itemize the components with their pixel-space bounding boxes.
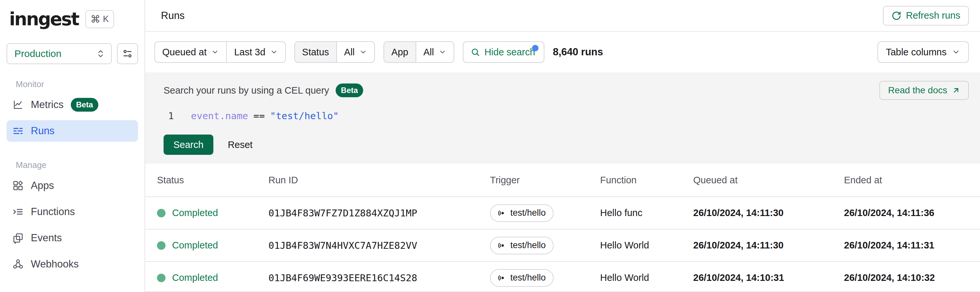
- time-field-dropdown[interactable]: Queued at: [155, 42, 226, 62]
- page-header: Runs Refresh runs: [145, 0, 980, 32]
- trigger-cell: test/hello: [490, 269, 600, 287]
- chevron-down-icon: [359, 48, 367, 56]
- events-windows-icon: [13, 232, 24, 244]
- sidebar-item-webhooks[interactable]: Webhooks: [6, 253, 138, 275]
- trigger-name: test/hello: [510, 208, 546, 218]
- cel-panel-title: Search your runs by using a CEL query: [164, 85, 329, 96]
- function-name: Hello World: [600, 272, 693, 283]
- status-cell: Completed: [157, 240, 269, 251]
- search-button[interactable]: Search: [164, 135, 213, 155]
- sidebar-item-label: Functions: [31, 206, 75, 218]
- command-k-shortcut[interactable]: ⌘ K: [85, 10, 114, 28]
- status-filter-value: All: [344, 47, 355, 58]
- queued-at-value: 26/10/2024, 14:11:30: [693, 208, 844, 218]
- cel-search-panel: Search your runs by using a CEL query Be…: [145, 72, 980, 163]
- sidebar: inngest ⌘ K Production Monitor Metrics B…: [0, 0, 145, 292]
- cel-property-token: event.name: [191, 110, 248, 121]
- cel-operator-token: ==: [253, 110, 265, 121]
- ended-at-value: 26/10/2024, 14:11:31: [844, 240, 969, 251]
- column-header-queued-at: Queued at: [693, 175, 844, 186]
- functions-prompt-icon: [13, 206, 24, 217]
- refresh-runs-label: Refresh runs: [906, 10, 960, 21]
- ended-at-value: 26/10/2024, 14:10:32: [844, 272, 969, 283]
- trigger-cell: test/hello: [490, 236, 600, 254]
- status-label: Completed: [172, 240, 218, 251]
- cel-query-editor[interactable]: 1 event.name=="test/hello": [164, 110, 969, 121]
- table-header-row: Status Run ID Trigger Function Queued at…: [145, 163, 980, 197]
- runs-table: Status Run ID Trigger Function Queued at…: [145, 163, 980, 292]
- column-header-trigger: Trigger: [490, 175, 600, 186]
- column-header-function: Function: [600, 175, 693, 186]
- sidebar-item-runs[interactable]: Runs: [6, 120, 138, 142]
- run-id: 01JB4F83W7N4HVXC7A7HZE82VV: [269, 240, 490, 251]
- time-range-dropdown[interactable]: Last 3d: [226, 42, 285, 62]
- manage-section-label: Manage: [16, 160, 138, 170]
- status-label-text: Status: [302, 47, 329, 58]
- command-icon: ⌘: [91, 13, 100, 25]
- arrow-up-right-icon: [952, 86, 960, 95]
- read-the-docs-button[interactable]: Read the docs: [880, 81, 969, 100]
- sidebar-item-apps[interactable]: Apps: [6, 175, 138, 197]
- status-dot-icon: [157, 241, 165, 250]
- run-id: 01JB4F69WE9393EERE16C14S28: [269, 272, 490, 284]
- app-filter-control: App All: [383, 41, 454, 63]
- column-header-ended-at: Ended at: [844, 175, 969, 186]
- sidebar-item-label: Runs: [31, 125, 54, 137]
- function-name: Hello func: [600, 208, 693, 218]
- apps-blocks-icon: [13, 180, 24, 191]
- column-header-status: Status: [157, 175, 269, 186]
- filter-bar: Queued at Last 3d Status All: [145, 32, 980, 72]
- cel-query-text: event.name=="test/hello": [191, 110, 339, 121]
- hide-search-button[interactable]: Hide search: [463, 41, 544, 63]
- event-broadcast-icon: [498, 274, 506, 282]
- trigger-pill: test/hello: [490, 269, 554, 287]
- notification-dot: [532, 45, 539, 51]
- app-label-text: App: [391, 47, 408, 58]
- queued-at-value: 26/10/2024, 14:10:31: [693, 272, 844, 283]
- time-field-value: Queued at: [162, 47, 207, 58]
- status-dot-icon: [157, 274, 165, 282]
- sidebar-item-metrics[interactable]: Metrics Beta: [6, 94, 138, 116]
- status-filter-dropdown[interactable]: All: [336, 42, 374, 62]
- environment-settings-button[interactable]: [117, 43, 138, 64]
- status-label: Completed: [172, 272, 218, 283]
- status-cell: Completed: [157, 272, 269, 283]
- time-range-value: Last 3d: [234, 47, 265, 58]
- app-filter-label: App: [384, 42, 415, 62]
- table-body: Completed 01JB4F83W7FZ7D1Z884XZQJ1MP tes…: [145, 197, 980, 292]
- page-title: Runs: [161, 10, 185, 22]
- main-content: Runs Refresh runs Queued at Last 3d: [145, 0, 980, 292]
- editor-line-number: 1: [164, 110, 174, 121]
- reset-button[interactable]: Reset: [228, 140, 253, 150]
- ended-at-value: 26/10/2024, 14:11:36: [844, 208, 969, 218]
- monitor-section-label: Monitor: [16, 79, 138, 89]
- trigger-cell: test/hello: [490, 204, 600, 222]
- refresh-runs-button[interactable]: Refresh runs: [883, 6, 969, 25]
- status-label: Completed: [172, 208, 218, 218]
- table-row[interactable]: Completed 01JB4F83W7FZ7D1Z884XZQJ1MP tes…: [145, 197, 980, 229]
- webhooks-nodes-icon: [13, 259, 24, 270]
- chart-line-icon: [13, 99, 24, 110]
- app-filter-dropdown[interactable]: All: [415, 42, 453, 62]
- sidebar-item-events[interactable]: Events: [6, 227, 138, 249]
- table-row[interactable]: Completed 01JB4F69WE9393EERE16C14S28 tes…: [145, 261, 980, 292]
- column-header-run-id: Run ID: [269, 175, 490, 186]
- beta-badge: Beta: [71, 98, 98, 112]
- hide-search-label: Hide search: [484, 47, 535, 58]
- table-columns-button[interactable]: Table columns: [877, 41, 969, 63]
- read-the-docs-label: Read the docs: [888, 85, 947, 95]
- sliders-icon: [122, 48, 133, 59]
- inngest-logo: inngest: [9, 8, 79, 29]
- logo-row: inngest ⌘ K: [6, 8, 138, 29]
- table-row[interactable]: Completed 01JB4F83W7N4HVXC7A7HZE82VV tes…: [145, 229, 980, 261]
- environment-selector[interactable]: Production: [6, 43, 112, 64]
- chevron-down-icon: [952, 48, 960, 56]
- beta-badge: Beta: [336, 84, 363, 97]
- event-broadcast-icon: [498, 209, 506, 217]
- sidebar-item-label: Events: [31, 232, 62, 244]
- sidebar-item-functions[interactable]: Functions: [6, 201, 138, 222]
- chevron-down-icon: [439, 48, 446, 56]
- search-icon: [471, 48, 480, 57]
- status-filter-label: Status: [295, 42, 336, 62]
- refresh-icon: [891, 11, 901, 21]
